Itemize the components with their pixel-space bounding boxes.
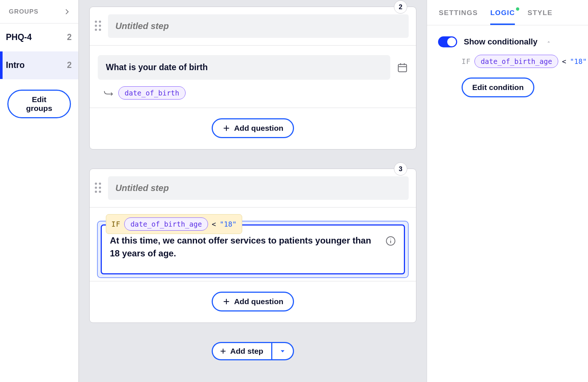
tab-logic[interactable]: LOGIC [490,9,515,25]
plus-icon [222,298,230,306]
tab-label: STYLE [527,9,552,17]
condition-if-label: IF [111,220,121,228]
svg-rect-0 [398,64,407,72]
tab-indicator-dot [516,7,519,11]
tab-label: SETTINGS [439,9,478,17]
add-question-button[interactable]: Add question [212,292,294,311]
add-step-dropdown-button[interactable] [271,342,294,360]
edit-condition-button[interactable]: Edit condition [462,78,534,97]
group-item-intro[interactable]: Intro 2 [0,51,78,79]
step-title-input[interactable] [108,176,409,200]
tab-settings[interactable]: SETTINGS [439,9,478,25]
add-step-button[interactable]: Add step [212,342,272,360]
info-question-block: IF date_of_birth_age < "18" At this time… [90,208,416,281]
caret-down-icon [279,347,286,355]
step-title-row [90,7,416,46]
info-text[interactable]: At this time, we cannot offer services t… [110,234,380,260]
variable-reference: date_of_birth [104,86,408,100]
calendar-icon [397,62,408,73]
svg-point-8 [390,239,391,239]
condition-variable-chip: date_of_birth_age [474,55,558,68]
condition-variable-chip: date_of_birth_age [124,217,208,231]
right-panel: SETTINGS LOGIC STYLE Show conditionally … [427,0,588,382]
question-text[interactable]: What is your date of birth [98,55,390,80]
step-title-input[interactable] [108,14,409,38]
add-step-split-button: Add step [212,342,294,360]
info-selected-wrapper[interactable]: IF date_of_birth_age < "18" At this time… [97,221,409,278]
tab-style[interactable]: STYLE [527,9,552,25]
condition-if-label: IF [462,57,471,65]
right-tabs: SETTINGS LOGIC STYLE [427,0,588,25]
drag-handle-icon[interactable] [95,21,103,32]
question-block[interactable]: What is your date of birth date_of_birth [90,46,416,108]
condition-display: IF date_of_birth_age < "18" [462,55,577,68]
edit-groups-label: Edit groups [18,95,60,113]
condition-operator: < [562,57,566,65]
add-question-label: Add question [234,297,283,306]
variable-chip[interactable]: date_of_birth [118,86,186,100]
condition-operator: < [212,220,216,228]
group-count: 2 [67,60,72,70]
add-step-label: Add step [230,347,263,356]
group-name: PHQ-4 [6,32,32,42]
add-question-label: Add question [234,124,283,133]
step-card-3[interactable]: 3 IF date_of_birth_age < "18" At this ti… [89,169,416,323]
sidebar-header-title: GROUPS [9,8,39,15]
canvas: 2 What is your date of birth date_of_bir… [79,0,427,382]
show-conditionally-toggle[interactable] [438,36,457,47]
add-step-row: Add step [89,342,416,360]
condition-badge[interactable]: IF date_of_birth_age < "18" [106,214,242,234]
tab-label: LOGIC [490,9,515,17]
add-question-button[interactable]: Add question [212,118,294,138]
condition-value: "18" [570,57,587,65]
step-card-2[interactable]: 2 What is your date of birth date_of_bir… [89,7,416,149]
group-name: Intro [6,60,25,70]
info-icon [386,236,396,246]
plus-icon [222,124,230,132]
collapse-caret-icon[interactable] [546,39,551,44]
group-item-phq4[interactable]: PHQ-4 2 [0,24,78,51]
drag-handle-icon[interactable] [95,183,103,194]
sidebar: GROUPS PHQ-4 2 Intro 2 Edit groups [0,0,79,382]
chevron-right-icon[interactable] [63,8,71,16]
show-conditionally-row: Show conditionally [438,36,577,47]
variable-arrow-icon [104,90,114,96]
step-number-badge: 2 [394,0,407,14]
logic-panel-body: Show conditionally IF date_of_birth_age … [427,25,588,108]
condition-value: "18" [220,220,237,228]
edit-condition-label: Edit condition [472,83,524,92]
sidebar-header: GROUPS [0,0,78,24]
group-count: 2 [67,32,72,42]
show-conditionally-label: Show conditionally [464,37,537,47]
plus-icon [219,347,227,355]
step-number-badge: 3 [394,162,407,176]
step-title-row [90,169,416,208]
edit-groups-button[interactable]: Edit groups [7,90,71,118]
